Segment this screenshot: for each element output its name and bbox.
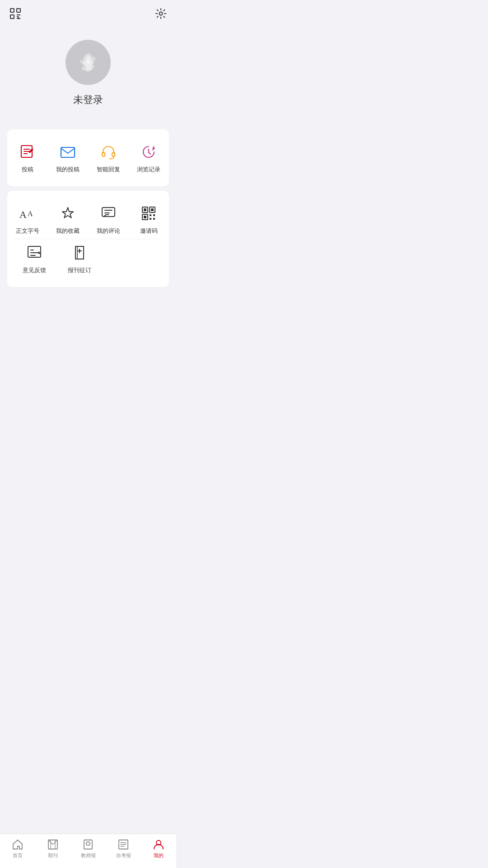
mail-blue-icon bbox=[58, 142, 78, 162]
feedback-button[interactable]: 意见反馈 bbox=[16, 243, 52, 274]
headset-yellow-icon bbox=[99, 142, 118, 162]
settings-row-1: A A 正文字号 我的收藏 bbox=[7, 200, 169, 239]
comment-icon bbox=[99, 203, 118, 223]
scan-icon[interactable] bbox=[9, 7, 22, 22]
favorites-button[interactable]: 我的收藏 bbox=[50, 203, 86, 235]
font-size-icon: A A bbox=[18, 203, 38, 223]
edit-red-icon bbox=[18, 142, 38, 162]
svg-rect-20 bbox=[144, 208, 146, 211]
invite-code-label: 邀请码 bbox=[140, 227, 158, 235]
settings-card: A A 正文字号 我的收藏 bbox=[7, 191, 169, 287]
history-pink-icon bbox=[139, 142, 159, 162]
svg-rect-24 bbox=[153, 214, 155, 216]
svg-rect-21 bbox=[151, 208, 154, 211]
svg-rect-2 bbox=[10, 15, 14, 19]
my-submit-label: 我的投稿 bbox=[56, 165, 80, 174]
font-size-button[interactable]: A A 正文字号 bbox=[9, 203, 46, 235]
subscribe-label: 报刊征订 bbox=[68, 266, 91, 274]
top-bar bbox=[0, 0, 176, 26]
svg-rect-22 bbox=[144, 216, 146, 218]
my-submit-button[interactable]: 我的投稿 bbox=[50, 142, 86, 174]
action-card: 投稿 我的投稿 bbox=[7, 129, 169, 186]
smart-reply-label: 智能回复 bbox=[97, 165, 120, 174]
login-status[interactable]: 未登录 bbox=[73, 93, 103, 107]
favorites-label: 我的收藏 bbox=[56, 227, 80, 235]
profile-area[interactable]: 未登录 bbox=[0, 26, 176, 125]
subscribe-icon bbox=[70, 243, 89, 263]
submit-button[interactable]: 投稿 bbox=[9, 142, 46, 174]
smart-reply-button[interactable]: 智能回复 bbox=[90, 142, 127, 174]
subscribe-button[interactable]: 报刊征订 bbox=[61, 243, 98, 274]
svg-text:A: A bbox=[19, 209, 27, 220]
svg-point-7 bbox=[160, 12, 163, 15]
feedback-icon bbox=[24, 243, 44, 263]
settings-row-2: 意见反馈 报刊征订 bbox=[7, 239, 169, 278]
star-icon bbox=[58, 203, 78, 223]
history-label: 浏览记录 bbox=[137, 165, 160, 174]
comments-label: 我的评论 bbox=[97, 227, 120, 235]
svg-rect-23 bbox=[150, 214, 151, 216]
action-row: 投稿 我的投稿 bbox=[7, 138, 169, 177]
avatar[interactable] bbox=[66, 40, 111, 85]
comments-button[interactable]: 我的评论 bbox=[90, 203, 127, 235]
svg-rect-26 bbox=[153, 218, 155, 220]
svg-rect-0 bbox=[10, 9, 14, 12]
invite-code-button[interactable]: 邀请码 bbox=[131, 203, 167, 235]
svg-rect-25 bbox=[150, 218, 151, 220]
history-button[interactable]: 浏览记录 bbox=[131, 142, 167, 174]
font-size-label: 正文字号 bbox=[16, 227, 39, 235]
svg-rect-1 bbox=[17, 9, 20, 12]
svg-rect-10 bbox=[61, 147, 75, 157]
feedback-label: 意见反馈 bbox=[23, 266, 46, 274]
svg-point-13 bbox=[109, 158, 111, 160]
qrcode-icon bbox=[139, 203, 159, 223]
svg-text:A: A bbox=[28, 210, 33, 217]
gear-icon[interactable] bbox=[155, 7, 167, 22]
submit-label: 投稿 bbox=[22, 165, 33, 174]
